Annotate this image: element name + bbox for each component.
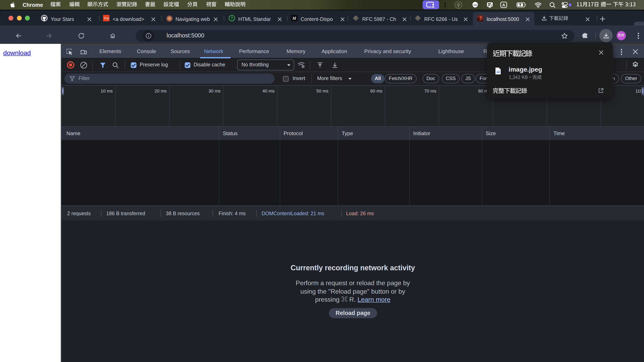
svg-text:LINE: LINE: [473, 4, 477, 6]
svg-text:?: ?: [231, 16, 233, 20]
svg-text:M: M: [292, 16, 296, 21]
svg-text:A: A: [502, 2, 505, 7]
